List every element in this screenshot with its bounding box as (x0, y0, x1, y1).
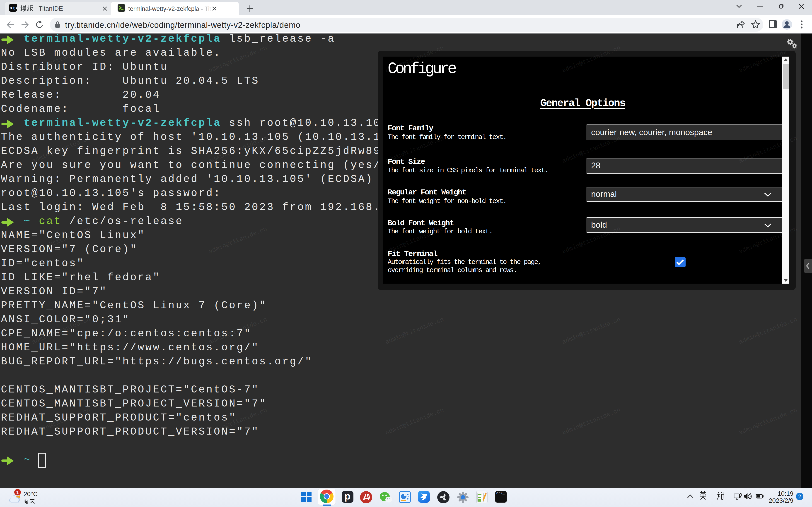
svg-text:<t>: <t> (10, 6, 17, 11)
